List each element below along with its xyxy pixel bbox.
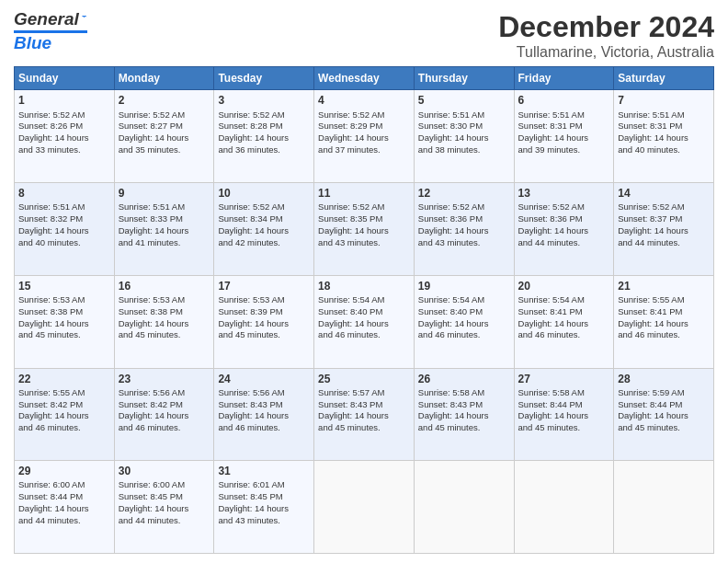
logo-bird-icon: [81, 11, 87, 26]
subtitle: Tullamarine, Victoria, Australia: [498, 44, 714, 61]
table-cell: 2Sunrise: 5:52 AMSunset: 8:27 PMDaylight…: [114, 90, 214, 183]
table-row: 22Sunrise: 5:55 AMSunset: 8:42 PMDayligh…: [15, 368, 714, 461]
table-cell: 18Sunrise: 5:54 AMSunset: 8:40 PMDayligh…: [314, 275, 415, 368]
day-info: Daylight: 14 hours: [218, 410, 310, 422]
day-info: and 45 minutes.: [218, 329, 310, 341]
day-info: and 46 minutes.: [618, 329, 710, 341]
day-info: Sunrise: 5:51 AM: [518, 109, 610, 121]
table-row: 8Sunrise: 5:51 AMSunset: 8:32 PMDaylight…: [15, 183, 714, 276]
day-info: and 43 minutes.: [418, 237, 510, 249]
day-number: 27: [518, 372, 610, 386]
day-info: and 45 minutes.: [418, 422, 510, 434]
table-cell: 25Sunrise: 5:57 AMSunset: 8:43 PMDayligh…: [314, 368, 415, 461]
day-info: Daylight: 14 hours: [318, 410, 410, 422]
table-cell: 24Sunrise: 5:56 AMSunset: 8:43 PMDayligh…: [214, 368, 314, 461]
day-info: Sunrise: 5:52 AM: [618, 201, 710, 213]
table-cell: 15Sunrise: 5:53 AMSunset: 8:38 PMDayligh…: [15, 275, 115, 368]
day-info: Sunrise: 5:52 AM: [518, 201, 610, 213]
day-number: 6: [518, 93, 610, 108]
day-number: 8: [18, 186, 110, 201]
day-info: and 46 minutes.: [119, 422, 210, 434]
day-info: Sunset: 8:43 PM: [418, 399, 510, 411]
day-info: and 45 minutes.: [119, 329, 210, 341]
day-info: and 43 minutes.: [318, 237, 410, 249]
calendar-table: Sunday Monday Tuesday Wednesday Thursday…: [14, 66, 714, 554]
table-row: 29Sunrise: 6:00 AMSunset: 8:44 PMDayligh…: [15, 461, 714, 554]
day-info: Sunrise: 5:55 AM: [618, 294, 710, 306]
day-info: Sunrise: 5:51 AM: [618, 109, 710, 121]
day-info: Sunrise: 5:54 AM: [518, 294, 610, 306]
day-number: 7: [618, 93, 710, 108]
day-info: Sunrise: 5:51 AM: [18, 201, 110, 213]
day-number: 22: [18, 372, 110, 386]
day-info: Daylight: 14 hours: [518, 318, 610, 330]
page: General Blue December 2024 Tullamarine, …: [0, 0, 728, 563]
day-info: Daylight: 14 hours: [618, 318, 710, 330]
day-number: 2: [119, 93, 210, 108]
col-saturday: Saturday: [614, 67, 714, 90]
day-info: Daylight: 14 hours: [18, 225, 110, 237]
day-info: Daylight: 14 hours: [218, 503, 310, 515]
table-cell: 8Sunrise: 5:51 AMSunset: 8:32 PMDaylight…: [15, 183, 115, 276]
day-info: and 44 minutes.: [119, 515, 210, 527]
day-info: Daylight: 14 hours: [218, 132, 310, 144]
day-info: Sunrise: 5:54 AM: [418, 294, 510, 306]
day-number: 31: [218, 464, 310, 478]
day-info: Sunrise: 5:52 AM: [119, 109, 210, 121]
day-info: and 36 minutes.: [218, 144, 310, 156]
day-info: Sunset: 8:36 PM: [418, 213, 510, 225]
day-info: Sunrise: 5:59 AM: [618, 387, 710, 399]
table-cell: 21Sunrise: 5:55 AMSunset: 8:41 PMDayligh…: [614, 275, 714, 368]
day-info: Daylight: 14 hours: [18, 410, 110, 422]
table-cell: 19Sunrise: 5:54 AMSunset: 8:40 PMDayligh…: [414, 275, 514, 368]
day-info: Sunset: 8:45 PM: [218, 491, 310, 503]
table-cell: 7Sunrise: 5:51 AMSunset: 8:31 PMDaylight…: [614, 90, 714, 183]
day-info: and 40 minutes.: [618, 144, 710, 156]
day-info: Sunset: 8:41 PM: [518, 306, 610, 318]
table-row: 15Sunrise: 5:53 AMSunset: 8:38 PMDayligh…: [15, 275, 714, 368]
day-number: 26: [418, 372, 510, 386]
table-cell: 27Sunrise: 5:58 AMSunset: 8:44 PMDayligh…: [514, 368, 614, 461]
table-cell: 29Sunrise: 6:00 AMSunset: 8:44 PMDayligh…: [15, 461, 115, 554]
day-number: 21: [618, 279, 710, 293]
logo: General Blue: [14, 9, 87, 53]
day-number: 23: [119, 372, 210, 386]
table-cell: [514, 461, 614, 554]
day-info: Sunset: 8:34 PM: [218, 213, 310, 225]
day-info: and 42 minutes.: [218, 237, 310, 249]
table-cell: 30Sunrise: 6:00 AMSunset: 8:45 PMDayligh…: [114, 461, 214, 554]
day-info: Sunset: 8:45 PM: [119, 491, 210, 503]
day-number: 25: [318, 372, 410, 386]
day-info: Daylight: 14 hours: [618, 132, 710, 144]
day-info: Sunset: 8:27 PM: [119, 121, 210, 132]
table-cell: 20Sunrise: 5:54 AMSunset: 8:41 PMDayligh…: [514, 275, 614, 368]
col-friday: Friday: [514, 67, 614, 90]
day-info: Daylight: 14 hours: [18, 318, 110, 330]
day-info: Sunrise: 5:58 AM: [418, 387, 510, 399]
day-number: 24: [218, 372, 310, 386]
day-info: Daylight: 14 hours: [618, 225, 710, 237]
table-cell: [414, 461, 514, 554]
day-info: Sunset: 8:44 PM: [18, 491, 110, 503]
day-info: Sunrise: 5:55 AM: [18, 387, 110, 399]
day-info: Sunset: 8:36 PM: [518, 213, 610, 225]
table-cell: 3Sunrise: 5:52 AMSunset: 8:28 PMDaylight…: [214, 90, 314, 183]
day-info: Sunrise: 6:00 AM: [18, 479, 110, 491]
table-cell: 14Sunrise: 5:52 AMSunset: 8:37 PMDayligh…: [614, 183, 714, 276]
table-cell: 4Sunrise: 5:52 AMSunset: 8:29 PMDaylight…: [314, 90, 415, 183]
day-info: Sunrise: 5:56 AM: [119, 387, 210, 399]
day-info: Daylight: 14 hours: [119, 503, 210, 515]
table-cell: 13Sunrise: 5:52 AMSunset: 8:36 PMDayligh…: [514, 183, 614, 276]
day-info: Daylight: 14 hours: [518, 225, 610, 237]
day-info: Daylight: 14 hours: [518, 132, 610, 144]
day-info: Daylight: 14 hours: [18, 132, 110, 144]
day-number: 10: [218, 186, 310, 201]
day-info: Daylight: 14 hours: [218, 318, 310, 330]
day-info: and 46 minutes.: [518, 329, 610, 341]
day-info: Sunrise: 5:54 AM: [318, 294, 410, 306]
day-info: Sunset: 8:41 PM: [618, 306, 710, 318]
day-info: Sunrise: 6:00 AM: [119, 479, 210, 491]
day-number: 1: [18, 93, 110, 108]
table-cell: 6Sunrise: 5:51 AMSunset: 8:31 PMDaylight…: [514, 90, 614, 183]
day-info: and 46 minutes.: [218, 422, 310, 434]
